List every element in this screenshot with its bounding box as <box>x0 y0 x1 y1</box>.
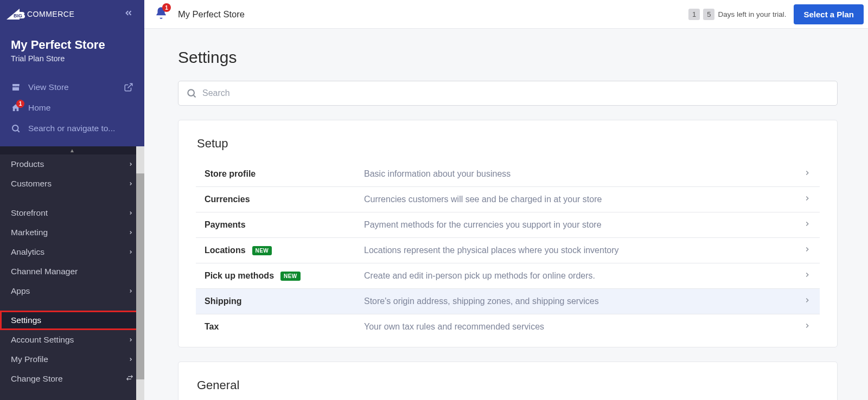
svg-point-1 <box>12 125 18 131</box>
nav-item-customers[interactable]: Customers <box>0 174 144 193</box>
sidebar-quick-links: View Store Home 1 Search or navigate to.… <box>0 74 144 146</box>
setting-desc: Currencies customers will see and be cha… <box>364 195 803 204</box>
chevron-right-icon <box>803 246 811 255</box>
setting-label: Pick up methods <box>205 271 274 281</box>
view-store-button[interactable]: View Store <box>0 77 144 98</box>
trial-digit-1: 1 <box>688 9 700 20</box>
brand-row: BIG COMMERCE <box>0 0 144 28</box>
scrollbar-track[interactable] <box>136 146 144 400</box>
sidebar-search[interactable]: Search or navigate to... <box>0 118 144 141</box>
swap-icon <box>126 374 133 384</box>
chevron-right-icon <box>128 286 133 296</box>
setting-row-pick-up-methods[interactable]: Pick up methodsNEWCreate and edit in-per… <box>196 263 820 289</box>
setting-row-payments[interactable]: PaymentsPayment methods for the currenci… <box>196 212 820 238</box>
home-label: Home <box>28 103 50 113</box>
nav-item-apps[interactable]: Apps <box>0 281 144 301</box>
nav-item-label: Apps <box>11 286 30 296</box>
notifications-badge: 1 <box>162 3 171 12</box>
setting-label-cell: Currencies <box>205 195 364 204</box>
chevron-right-icon <box>803 220 811 230</box>
page-title: Settings <box>178 48 838 67</box>
nav-item-marketing[interactable]: Marketing <box>0 223 144 242</box>
nav-item-label: Storefront <box>11 208 48 218</box>
collapse-sidebar-button[interactable] <box>124 8 133 20</box>
setting-label: Locations <box>205 246 246 255</box>
setting-label-cell: Payments <box>205 220 364 230</box>
search-icon <box>11 124 21 133</box>
general-card: General <box>178 362 838 400</box>
setting-label: Currencies <box>205 195 250 204</box>
brand-text: COMMERCE <box>27 10 74 18</box>
nav-item-settings[interactable]: Settings <box>0 311 144 330</box>
nav-item-analytics[interactable]: Analytics <box>0 242 144 262</box>
chevron-right-icon <box>803 322 811 332</box>
sidebar-header: BIG COMMERCE My Perfect Store Trial Plan… <box>0 0 144 146</box>
setting-label: Tax <box>205 322 219 332</box>
setup-card: Setup Store profileBasic information abo… <box>178 120 838 347</box>
svg-point-2 <box>188 89 194 96</box>
nav-item-label: Channel Manager <box>11 267 78 276</box>
setting-desc: Locations represent the physical places … <box>364 246 803 255</box>
chevron-right-icon <box>128 208 133 218</box>
content: Settings Setup Store profileBasic inform… <box>144 29 868 400</box>
new-badge: NEW <box>252 246 272 255</box>
nav-item-storefront[interactable]: Storefront <box>0 203 144 223</box>
nav-item-change-store[interactable]: Change Store <box>0 369 144 389</box>
settings-search-input[interactable] <box>202 88 829 98</box>
setup-title: Setup <box>196 137 820 151</box>
scrollbar-thumb[interactable] <box>136 173 144 379</box>
chevron-right-icon <box>803 296 811 306</box>
chevron-right-icon <box>128 179 133 189</box>
setting-label-cell: Store profile <box>205 169 364 179</box>
nav-item-label: Settings <box>11 315 41 325</box>
setting-desc: Your own tax rules and recommended servi… <box>364 322 803 332</box>
topbar: 1 My Perfect Store 1 5 Days left in your… <box>144 0 868 29</box>
store-block: My Perfect Store Trial Plan Store <box>0 28 144 74</box>
chevron-double-left-icon <box>124 8 133 18</box>
setting-row-tax[interactable]: TaxYour own tax rules and recommended se… <box>196 314 820 339</box>
nav-item-my-profile[interactable]: My Profile <box>0 350 144 369</box>
home-badge: 1 <box>16 100 24 108</box>
settings-search-bar[interactable] <box>178 81 838 106</box>
chevron-right-icon <box>803 195 811 204</box>
trial-digit-2: 5 <box>703 9 714 20</box>
scroll-up-arrow[interactable]: ▲ <box>0 146 144 154</box>
notifications-button[interactable]: 1 <box>154 6 168 22</box>
topbar-store-title: My Perfect Store <box>178 9 245 20</box>
home-button[interactable]: Home 1 <box>0 98 144 118</box>
setting-label: Shipping <box>205 296 241 306</box>
chevron-right-icon <box>128 228 133 237</box>
setting-row-locations[interactable]: LocationsNEWLocations represent the phys… <box>196 238 820 263</box>
setting-label-cell: Pick up methodsNEW <box>205 271 364 281</box>
trial-text: Days left in your trial. <box>718 10 786 18</box>
nav-item-channel-manager[interactable]: Channel Manager <box>0 262 144 281</box>
sidebar-nav: ▲ ProductsCustomersStorefrontMarketingAn… <box>0 146 144 400</box>
svg-text:BIG: BIG <box>14 13 22 18</box>
setting-desc: Payment methods for the currencies you s… <box>364 220 803 230</box>
store-name: My Perfect Store <box>11 38 133 52</box>
nav-item-label: My Profile <box>11 354 48 364</box>
setting-desc: Store's origin address, shipping zones, … <box>364 296 803 306</box>
setting-desc: Create and edit in-person pick up method… <box>364 271 803 281</box>
setting-row-shipping[interactable]: ShippingStore's origin address, shipping… <box>196 289 820 314</box>
setting-label-cell: Shipping <box>205 296 364 306</box>
sidebar-search-placeholder: Search or navigate to... <box>28 124 115 133</box>
chevron-right-icon <box>128 247 133 257</box>
nav-item-label: Marketing <box>11 228 48 237</box>
setting-row-store-profile[interactable]: Store profileBasic information about you… <box>196 162 820 187</box>
nav-item-products[interactable]: Products <box>0 154 144 174</box>
nav-item-label: Account Settings <box>11 335 74 345</box>
main: 1 My Perfect Store 1 5 Days left in your… <box>144 0 868 400</box>
setting-label-cell: Tax <box>205 322 364 332</box>
chevron-right-icon <box>128 335 133 345</box>
topbar-right: 1 5 Days left in your trial. Select a Pl… <box>688 4 864 24</box>
nav-item-account-settings[interactable]: Account Settings <box>0 330 144 350</box>
view-store-label: View Store <box>28 82 69 92</box>
sidebar: BIG COMMERCE My Perfect Store Trial Plan… <box>0 0 144 400</box>
select-plan-button[interactable]: Select a Plan <box>794 4 864 24</box>
external-link-icon <box>124 82 133 92</box>
brand-logo[interactable]: BIG COMMERCE <box>7 8 74 21</box>
bigcommerce-logo-icon: BIG <box>7 8 26 21</box>
topbar-left: 1 My Perfect Store <box>154 6 245 22</box>
setting-row-currencies[interactable]: CurrenciesCurrencies customers will see … <box>196 187 820 212</box>
